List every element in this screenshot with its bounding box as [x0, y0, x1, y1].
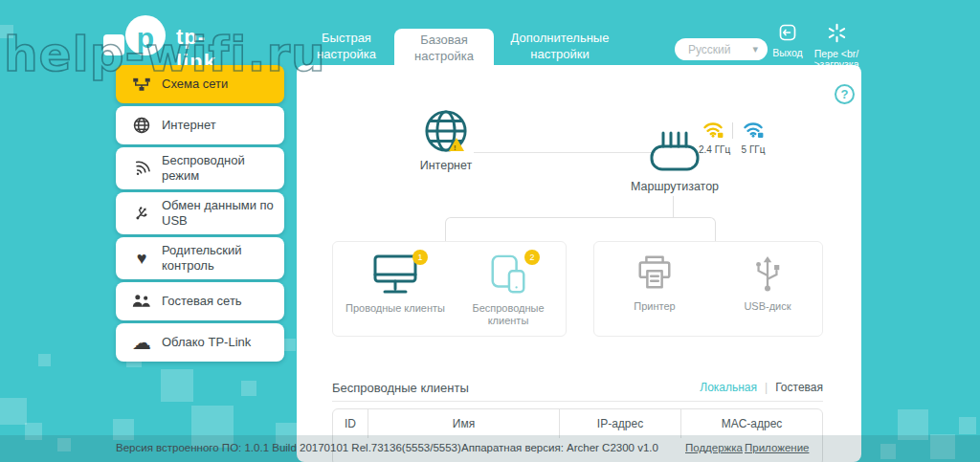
sidebar-item-label: Родительский контроль: [162, 243, 277, 274]
view-tab-divider: |: [765, 381, 768, 394]
reboot-button[interactable]: Пере <br/ >загрузка: [810, 23, 863, 70]
sidebar-item-label: Гостевая сеть: [162, 294, 242, 309]
connector-line: [474, 152, 656, 153]
decor-square: [0, 398, 27, 425]
connector-stem: [673, 196, 674, 217]
clients-card: 1 Проводные клиенты 2 Беспроводные клиен…: [332, 241, 567, 337]
sidebar-item-tplink-cloud[interactable]: ☁ Облако TP-Link: [116, 323, 284, 362]
wireless-clients-label: Беспроводные клиенты: [456, 302, 561, 327]
printer-tile[interactable]: Принтер: [602, 253, 707, 313]
logout-button[interactable]: Выход: [766, 23, 810, 58]
warning-exclamation: !: [454, 143, 457, 152]
language-select-value: Русский: [688, 43, 752, 56]
table-header-row: ID Имя IP-адрес MAC-адрес: [333, 409, 822, 438]
app-link[interactable]: Приложение: [745, 442, 809, 453]
support-link[interactable]: Поддержка: [685, 442, 743, 453]
sidebar-item-internet[interactable]: Интернет: [116, 106, 284, 144]
warning-triangle-icon: [449, 138, 464, 151]
logout-label: Выход: [766, 48, 810, 58]
language-select[interactable]: Русский ▾: [675, 38, 768, 60]
sidebar-item-guest-network[interactable]: Гостевая сеть: [116, 282, 284, 320]
table-header-mac: MAC-адрес: [680, 409, 822, 438]
sidebar-item-network-map[interactable]: Схема сети: [116, 65, 284, 103]
tplink-logo-square: [103, 34, 124, 55]
sidebar-item-label: Облако TP-Link: [162, 335, 251, 350]
sidebar: Схема сети Интернет Беспроводной режим: [116, 65, 284, 362]
sidebar-item-label: Обмен данными по USB: [162, 198, 277, 229]
decor-square: [0, 25, 13, 38]
firmware-version: Версия встроенного ПО: 1.0.1 Build 20170…: [116, 442, 461, 453]
section-rule: [332, 401, 823, 402]
table-header-id: ID: [333, 417, 368, 430]
wireless-clients-devices-icon: [486, 282, 530, 298]
globe-icon: [131, 115, 152, 136]
tab-quick-setup[interactable]: Быстрая настройка: [299, 30, 394, 62]
decor-square: [241, 381, 256, 396]
sidebar-item-parental-control[interactable]: ♥ Родительский контроль: [116, 237, 284, 279]
sidebar-item-label: Беспроводной режим: [162, 153, 277, 184]
sidebar-item-wireless[interactable]: Беспроводной режим: [116, 147, 284, 189]
tab-basic-setup[interactable]: Базовая настройка: [394, 29, 494, 66]
wired-clients-tile[interactable]: 1 Проводные клиенты: [343, 253, 448, 315]
tab-advanced-setup[interactable]: Дополнительные настройки: [493, 30, 627, 62]
hardware-version: Аппаратная версия: Archer C2300 v1.0: [461, 442, 658, 453]
sidebar-item-usb-sharing[interactable]: Обмен данными по USB: [116, 192, 284, 234]
wireless-clients-count-badge: 2: [524, 250, 540, 265]
help-icon[interactable]: ?: [835, 84, 855, 104]
network-map-panel: ? ! Интернет Маршрутизатор: [297, 65, 861, 462]
router-icon: [648, 161, 702, 177]
reboot-icon: [827, 30, 847, 46]
usb-icon: [127, 199, 157, 229]
band-5g[interactable]: 5 ГГц: [739, 121, 768, 155]
wired-clients-count-badge: 1: [412, 250, 428, 265]
router-label: Маршрутизатор: [617, 180, 732, 193]
decor-square: [38, 354, 51, 366]
guest-users-icon: [131, 291, 152, 312]
table-header-name: Имя: [368, 409, 559, 438]
usb-disk-label: USB-диск: [715, 300, 820, 313]
clients-view-tabs: Локальная | Гостевая: [700, 381, 823, 394]
devices-card: Принтер USB-диск: [593, 241, 823, 337]
wifi-5g-icon: [743, 125, 764, 142]
network-map-icon: [131, 74, 152, 95]
tplink-logo-circle: p: [125, 15, 166, 55]
wireless-clients-tile[interactable]: 2 Беспроводные клиенты: [456, 253, 561, 327]
logout-icon: [778, 29, 797, 45]
internet-node[interactable]: !: [424, 109, 468, 153]
internet-label: Интернет: [398, 159, 494, 172]
view-tab-guest[interactable]: Гостевая: [775, 381, 823, 394]
wireless-clients-section-title: Беспроводные клиенты: [332, 381, 469, 395]
wired-clients-monitor-icon: [372, 282, 418, 298]
view-tab-local[interactable]: Локальная: [700, 381, 757, 394]
band-2g4[interactable]: 2.4 ГГц: [699, 121, 727, 155]
heart-icon: ♥: [131, 248, 152, 269]
printer-icon: [635, 280, 675, 297]
sidebar-item-label: Схема сети: [162, 77, 228, 92]
usb-disk-icon: [751, 280, 784, 297]
connector-bracket: [445, 217, 716, 242]
usb-disk-tile[interactable]: USB-диск: [715, 253, 820, 313]
band-2g4-label: 2.4 ГГц: [699, 144, 727, 155]
printer-label: Принтер: [602, 300, 707, 313]
wifi-icon: [127, 154, 157, 184]
footer-bar: Версия встроенного ПО: 1.0.1 Build 20170…: [0, 435, 980, 462]
band-5g-label: 5 ГГц: [739, 144, 768, 155]
cloud-icon: ☁: [131, 332, 152, 353]
sidebar-item-label: Интернет: [162, 118, 216, 133]
decor-square: [161, 369, 193, 402]
band-divider: [732, 122, 733, 139]
chevron-down-icon: ▾: [752, 43, 758, 55]
tplink-logo-p: p: [137, 22, 154, 55]
decor-square: [959, 417, 976, 434]
table-header-ip: IP-адрес: [559, 409, 680, 438]
router-node[interactable]: [648, 130, 702, 178]
wired-clients-label: Проводные клиенты: [343, 302, 448, 315]
wifi-2g4-icon: [702, 125, 724, 142]
decor-square: [283, 339, 296, 351]
